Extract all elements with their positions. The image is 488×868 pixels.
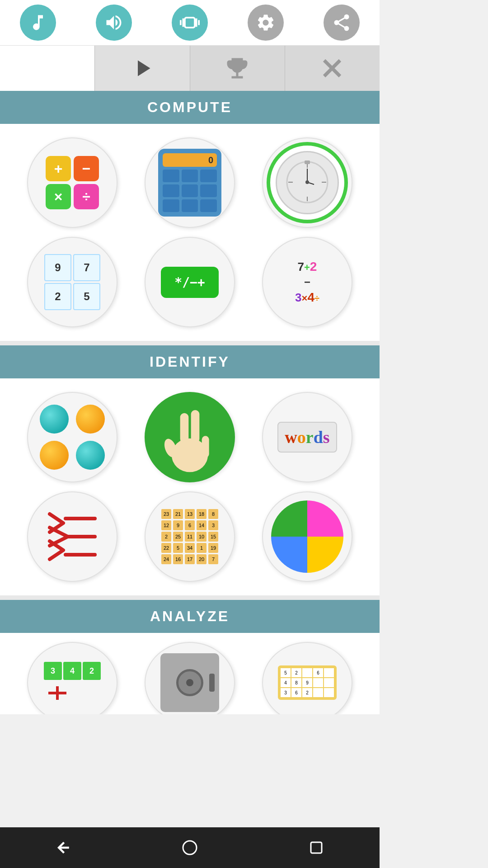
recents-button[interactable] [303,834,330,861]
colorful-math-button[interactable]: 7+2 − 3×4÷ [262,237,352,327]
identify-grid: words 232113188 1296143 22511 [0,378,380,595]
green-grid-icon: 3 4 2 [42,660,103,682]
number-grid-button[interactable]: 9 7 2 5 [27,237,117,327]
words-icon: words [277,422,337,453]
vibrate-button[interactable] [172,5,208,41]
share-button[interactable] [324,5,360,41]
times-cell: × [46,184,71,209]
color-nums-icon: 7+2 − 3×4÷ [291,254,324,310]
volume-button[interactable] [96,5,132,41]
safe-icon [160,653,219,712]
music-button[interactable] [20,5,56,41]
sudoku-button[interactable]: 5 2 6 4 8 9 3 6 2 [262,642,352,714]
operators-button[interactable]: */−+ [145,237,235,327]
bottom-nav [0,827,380,868]
cw-yellow [307,537,343,573]
svg-rect-13 [180,413,189,443]
numsearch-icon: 232113188 1296143 225111015 22534119 241… [157,505,223,569]
sudoku-icon: 5 2 6 4 8 9 3 6 2 [274,662,340,703]
back-button[interactable] [50,834,77,861]
gg-4: 4 [63,662,81,680]
num-cell-2: 2 [44,283,71,310]
nav-bar [0,46,380,91]
settings-button[interactable] [248,5,284,41]
ball-orange-2 [40,441,69,470]
green-grid-button[interactable]: 3 4 2 [27,642,117,714]
ball-teal-1 [40,405,69,434]
nav-close[interactable] [285,46,380,91]
svg-rect-22 [311,842,322,853]
compute-grid: + − × ÷ 0 [0,124,380,341]
calc-screen: 0 [163,153,217,167]
divider-2 [0,595,380,600]
svg-rect-10 [305,160,310,164]
ball-orange-1 [76,405,105,434]
safe-button[interactable] [145,642,235,714]
divider-1 [0,341,380,345]
num-cell-7: 7 [73,254,100,281]
home-button[interactable] [176,834,203,861]
stopwatch-button[interactable] [262,137,352,228]
ball-teal-2 [76,441,105,470]
analyze-grid: 3 4 2 5 2 [0,633,380,714]
plus-cell: + [46,156,71,181]
gg-2: 2 [83,662,101,680]
svg-point-9 [305,180,309,184]
minus-cell: − [74,156,99,181]
cw-pink [307,500,343,537]
svg-point-21 [183,841,197,854]
top-bar [0,0,380,46]
num-cell-5: 5 [73,283,100,310]
svg-rect-15 [202,436,209,458]
identify-header: IDENTIFY [0,345,380,378]
op-btn: */−+ [161,267,218,298]
hand-count-button[interactable] [145,392,235,482]
number-search-button[interactable]: 232113188 1296143 225111015 22534119 241… [145,491,235,582]
num-cell-9: 9 [44,254,71,281]
svg-rect-14 [191,410,200,443]
gg-3: 3 [44,662,62,680]
color-wheel-button[interactable] [262,491,352,582]
divide-cell: ÷ [74,184,99,209]
cw-blue [271,537,307,573]
color-wheel-icon [271,500,343,573]
calculator-button[interactable]: 0 [145,137,235,228]
stopwatch-face [285,160,330,206]
arithmetic-button[interactable]: + − × ÷ [27,137,117,228]
cw-green [271,500,307,537]
compute-header: COMPUTE [0,91,380,124]
zigzag-icon [41,500,104,573]
cross-icon [44,684,98,702]
zigzag-button[interactable] [27,491,117,582]
peace-hand-icon [158,401,221,473]
words-button[interactable]: words [262,392,352,482]
analyze-header: ANALYZE [0,600,380,633]
colored-balls-button[interactable] [27,392,117,482]
nav-home[interactable] [0,46,95,91]
calc-buttons [163,170,217,212]
nav-trophy[interactable] [190,46,285,91]
nav-play[interactable] [95,46,190,91]
